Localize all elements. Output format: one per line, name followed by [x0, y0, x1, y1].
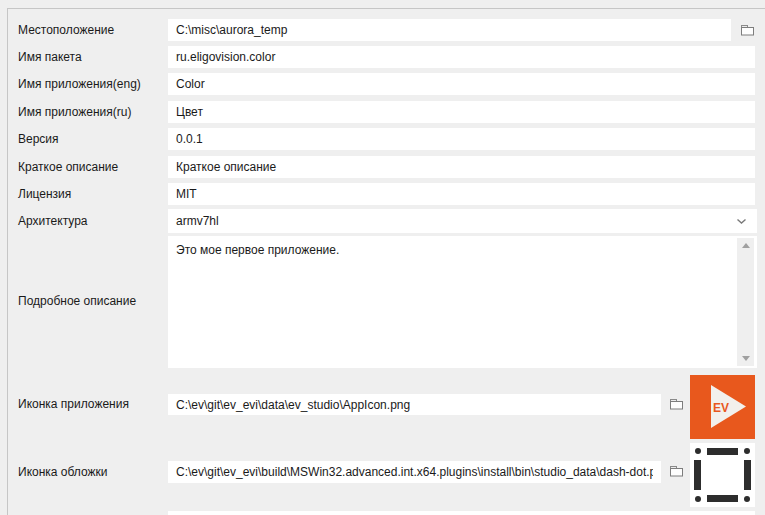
- scroll-up-button[interactable]: [737, 238, 754, 253]
- package-name-input[interactable]: [168, 46, 755, 68]
- field-label-app-name-ru: Имя приложения(ru): [18, 105, 131, 119]
- scroll-down-button[interactable]: [737, 351, 754, 366]
- app-name-eng-input[interactable]: [168, 73, 755, 95]
- app-icon-preview: EV: [690, 375, 755, 439]
- field-label-version: Версия: [18, 132, 59, 146]
- app-icon-browse-button[interactable]: [666, 396, 686, 414]
- folder-icon: [669, 465, 684, 480]
- app-icon-path-input[interactable]: [168, 394, 661, 415]
- chevron-down-icon: [736, 218, 749, 225]
- cover-icon-preview: [690, 443, 755, 507]
- field-label-app-name-eng: Имя приложения(eng): [18, 77, 141, 91]
- location-browse-button[interactable]: [737, 22, 757, 40]
- short-description-input[interactable]: [168, 156, 755, 178]
- field-label-package-name: Имя пакета: [18, 50, 82, 64]
- license-input[interactable]: [168, 183, 755, 205]
- version-input[interactable]: [168, 128, 755, 150]
- arrow-down-icon: [742, 356, 750, 361]
- full-description-textarea[interactable]: Это мое первое приложение.: [168, 236, 734, 368]
- partial-field[interactable]: [168, 511, 755, 515]
- field-label-full-description: Подробное описание: [18, 294, 136, 308]
- panel-border-top: [7, 8, 765, 9]
- app-name-ru-input[interactable]: [168, 101, 755, 123]
- field-label-location: Местоположение: [18, 23, 114, 37]
- svg-text:EV: EV: [713, 401, 729, 415]
- location-input[interactable]: [168, 19, 731, 41]
- field-label-app-icon: Иконка приложения: [18, 397, 129, 411]
- cover-icon-browse-button[interactable]: [666, 463, 686, 481]
- dash-dot-square-icon: [690, 443, 755, 507]
- cover-icon-path-input[interactable]: [168, 461, 661, 483]
- textarea-scrollbar[interactable]: [737, 238, 754, 366]
- field-label-license: Лицензия: [18, 187, 71, 201]
- field-label-architecture: Архитектура: [18, 214, 88, 228]
- panel-border-left: [7, 8, 8, 515]
- full-description-container: Это мое первое приложение.: [168, 236, 757, 368]
- ev-play-triangle-icon: EV: [690, 375, 755, 439]
- field-label-short-description: Краткое описание: [18, 160, 118, 174]
- field-label-cover-icon: Иконка обложки: [18, 465, 108, 479]
- folder-icon: [669, 398, 684, 413]
- architecture-selected-value: armv7hl: [176, 214, 736, 228]
- arrow-up-icon: [742, 243, 750, 248]
- architecture-select[interactable]: armv7hl: [168, 209, 757, 233]
- folder-icon: [740, 24, 755, 39]
